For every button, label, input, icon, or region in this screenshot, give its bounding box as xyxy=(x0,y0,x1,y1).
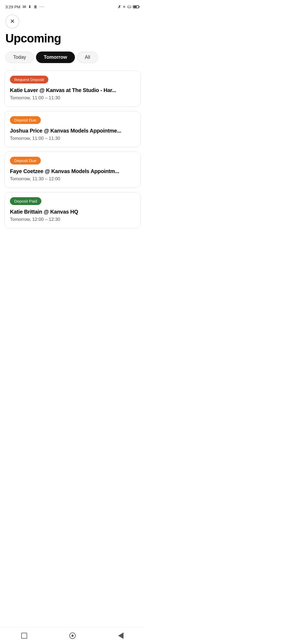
tab-tomorrow[interactable]: Tomorrow xyxy=(36,52,75,63)
bluetooth-icon: ✗ xyxy=(118,4,121,9)
status-left: 3:29 PM ✉ ⬇ 🗑 ··· xyxy=(5,4,45,9)
appointment-card-4[interactable]: Deposit Paid Katie Brittain @ Kanvas HQ … xyxy=(4,192,141,228)
status-time: 3:29 PM xyxy=(5,5,20,9)
card-time-3: Tomorrow, 11:30 – 12:00 xyxy=(10,176,135,182)
tab-today[interactable]: Today xyxy=(5,52,34,63)
badge-request-deposit: Request Deposit xyxy=(10,76,48,83)
filter-tabs: Today Tomorrow All xyxy=(0,52,145,71)
download-icon: ⬇ xyxy=(28,5,31,9)
battery-icon xyxy=(133,5,140,8)
page-title: Upcoming xyxy=(0,32,145,52)
card-title-4: Katie Brittain @ Kanvas HQ xyxy=(10,208,135,215)
badge-deposit-paid: Deposit Paid xyxy=(10,197,41,205)
close-icon: ✕ xyxy=(10,19,15,24)
appointment-card-3[interactable]: Deposit Due Faye Coetzee @ Kanvas Models… xyxy=(4,152,141,188)
badge-deposit-due-2: Deposit Due xyxy=(10,157,41,164)
card-time-2: Tomorrow, 11:00 – 11:30 xyxy=(10,136,135,141)
appointment-card-2[interactable]: Deposit Due Joshua Price @ Kanvas Models… xyxy=(4,111,141,147)
more-icon: ··· xyxy=(39,4,45,9)
status-bar: 3:29 PM ✉ ⬇ 🗑 ··· ✗ ✕ ⛀ xyxy=(0,0,145,12)
tab-all[interactable]: All xyxy=(77,52,98,63)
trash-icon: 🗑 xyxy=(34,5,37,9)
close-button[interactable]: ✕ xyxy=(5,14,19,28)
wifi-icon: ⛀ xyxy=(127,4,131,10)
card-time-4: Tomorrow, 12:00 – 12:30 xyxy=(10,217,135,222)
appointment-card-1[interactable]: Request Deposit Katie Laver @ Kanvas at … xyxy=(4,71,141,107)
badge-deposit-due-1: Deposit Due xyxy=(10,116,41,124)
card-title-3: Faye Coetzee @ Kanvas Models Appointm... xyxy=(10,168,135,175)
card-time-1: Tomorrow, 11:00 – 11:30 xyxy=(10,95,135,101)
card-title-2: Joshua Price @ Kanvas Models Appointme..… xyxy=(10,127,135,134)
status-right: ✗ ✕ ⛀ xyxy=(118,4,140,10)
gmail-icon: ✉ xyxy=(23,4,26,9)
x-icon: ✕ xyxy=(123,5,126,9)
card-title-1: Katie Laver @ Kanvas at The Studio - Har… xyxy=(10,87,135,94)
cards-container: Request Deposit Katie Laver @ Kanvas at … xyxy=(0,71,145,234)
